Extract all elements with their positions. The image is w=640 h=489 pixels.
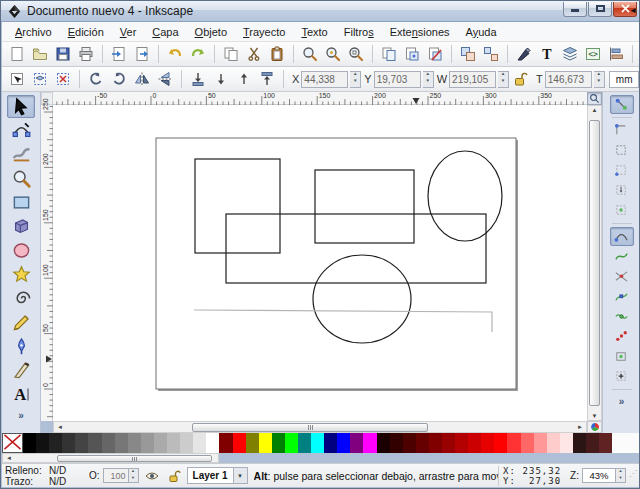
palette-swatch[interactable] — [363, 433, 376, 453]
new-document-button[interactable] — [6, 44, 28, 65]
palette-swatch[interactable] — [193, 433, 206, 453]
select-all-layers-button[interactable] — [29, 69, 51, 90]
field-input-y[interactable]: 19,703 — [374, 71, 421, 88]
menu-ver[interactable]: Ver — [113, 24, 144, 40]
palette-swatch[interactable] — [141, 433, 154, 453]
fill-stroke-dialog-button[interactable] — [513, 44, 535, 65]
palette-swatch[interactable] — [481, 433, 494, 453]
palette-swatch[interactable] — [377, 433, 390, 453]
enable-snapping-button[interactable] — [610, 95, 634, 114]
maximize-button[interactable] — [588, 2, 612, 17]
node-tool-button[interactable] — [7, 119, 35, 142]
palette-swatch[interactable] — [88, 433, 101, 453]
select-all-button[interactable] — [6, 69, 28, 90]
lower-one-step-button[interactable] — [210, 69, 232, 90]
palette-swatch[interactable] — [547, 433, 560, 453]
text-tool-button[interactable]: A — [7, 383, 35, 406]
menu-ayuda[interactable]: Ayuda — [459, 24, 504, 40]
export-bitmap-button[interactable] — [131, 44, 153, 65]
horizontal-scrollbar[interactable]: ◄ ► — [53, 421, 587, 433]
palette-scroll-right-icon[interactable]: ◄ — [629, 6, 637, 15]
redo-button[interactable] — [187, 44, 209, 65]
zoom-to-selection-button[interactable] — [299, 44, 321, 65]
horizontal-ruler[interactable]: -50050100150200250300350 — [53, 92, 587, 105]
undo-button[interactable] — [164, 44, 186, 65]
cut-button[interactable] — [243, 44, 265, 65]
snapbar-overflow-button[interactable]: » — [619, 396, 625, 407]
scroll-up-icon[interactable]: ▲ — [588, 107, 601, 113]
flip-vertical-button[interactable] — [154, 69, 176, 90]
create-clone-button[interactable] — [401, 44, 423, 65]
canvas[interactable] — [53, 105, 587, 421]
field-input-t[interactable]: 146,673 — [545, 71, 592, 88]
palette-swatch[interactable] — [219, 433, 232, 453]
zoom-tool-button[interactable] — [7, 167, 35, 190]
layer-visibility-toggle[interactable] — [143, 468, 161, 484]
group-objects-button[interactable] — [457, 44, 479, 65]
star-tool-button[interactable] — [7, 263, 35, 286]
snap-smooth-nodes-button[interactable] — [610, 307, 634, 326]
menu-filtros[interactable]: Filtros — [337, 24, 381, 40]
calligraphy-tool-button[interactable] — [7, 359, 35, 382]
pencil-tool-button[interactable] — [7, 311, 35, 334]
rotate-ccw-button[interactable] — [85, 69, 107, 90]
palette-swatch[interactable] — [154, 433, 167, 453]
palette-swatch[interactable] — [468, 433, 481, 453]
snap-bbox-edge-midpoints-button[interactable] — [610, 181, 634, 200]
flip-horizontal-button[interactable] — [131, 69, 153, 90]
vertical-ruler[interactable]: 050100150200250 — [41, 105, 53, 421]
color-management-toggle[interactable] — [587, 421, 602, 433]
palette-swatch[interactable] — [167, 433, 180, 453]
snap-rotation-centers-button[interactable] — [610, 367, 634, 386]
palette-swatch[interactable] — [455, 433, 468, 453]
layer-dropdown-icon[interactable]: ▼ — [233, 468, 247, 483]
toolbox-overflow-button[interactable]: » — [18, 410, 24, 421]
palette-swatch[interactable] — [324, 433, 337, 453]
palette-swatch[interactable] — [115, 433, 128, 453]
deselect-button[interactable] — [52, 69, 74, 90]
copy-button[interactable] — [220, 44, 242, 65]
palette-swatch[interactable] — [259, 433, 272, 453]
horizontal-scrollbar-thumb[interactable] — [192, 423, 428, 432]
field-spinner-t[interactable]: ▲▼ — [594, 71, 605, 88]
raise-one-step-button[interactable] — [233, 69, 255, 90]
layer-lock-toggle[interactable] — [165, 468, 183, 484]
zoom-input[interactable]: 43% — [582, 468, 616, 483]
palette-swatch[interactable] — [494, 433, 507, 453]
import-image-button[interactable] — [108, 44, 130, 65]
palette-scroll-left-icon[interactable]: ◄ — [3, 455, 15, 461]
opacity-input[interactable]: 100 — [103, 468, 129, 483]
scroll-down-icon[interactable]: ▼ — [588, 413, 601, 419]
menu-capa[interactable]: Capa — [145, 24, 185, 40]
snap-cusp-nodes-button[interactable] — [610, 287, 634, 306]
layer-selector[interactable]: Layer 1 ▼ — [187, 467, 248, 484]
palette-swatch[interactable] — [246, 433, 259, 453]
palette-swatch[interactable] — [36, 433, 49, 453]
palette-swatch[interactable] — [62, 433, 75, 453]
palette-swatch[interactable] — [298, 433, 311, 453]
ungroup-objects-button[interactable] — [480, 44, 502, 65]
text-dialog-button[interactable]: T — [536, 44, 558, 65]
palette-swatch[interactable] — [507, 433, 520, 453]
snap-paths-button[interactable] — [610, 247, 634, 266]
palette-swatch[interactable] — [206, 433, 219, 453]
palette-swatch[interactable] — [75, 433, 88, 453]
palette-swatch[interactable] — [599, 433, 612, 453]
no-color-swatch[interactable] — [2, 433, 23, 453]
snap-bbox-centers-button[interactable] — [610, 201, 634, 220]
palette-swatch[interactable] — [586, 433, 599, 453]
palette-scrollbar-thumb[interactable] — [57, 455, 212, 462]
open-document-button[interactable] — [29, 44, 51, 65]
palette-swatch[interactable] — [560, 433, 573, 453]
zoom-to-page-button[interactable] — [345, 44, 367, 65]
lock-ratio-toggle[interactable] — [510, 69, 532, 90]
palette-swatch[interactable] — [534, 433, 547, 453]
palette-swatch[interactable] — [23, 433, 36, 453]
selector-tool-button[interactable] — [7, 95, 35, 118]
snap-path-intersections-button[interactable] — [610, 267, 634, 286]
field-spinner-w[interactable]: ▲▼ — [498, 71, 509, 88]
palette-swatch[interactable] — [350, 433, 363, 453]
unit-selector[interactable]: mm▼ — [609, 71, 640, 88]
palette-swatch[interactable] — [233, 433, 246, 453]
ellipse-tool-button[interactable] — [7, 239, 35, 262]
